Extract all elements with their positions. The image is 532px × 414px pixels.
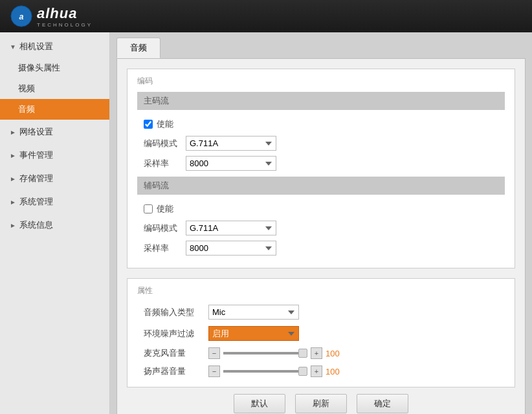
sub-stream-sample-label: 采样率	[144, 243, 179, 254]
encoding-section-label: 编码	[137, 76, 505, 87]
storage-arrow-icon: ►	[10, 175, 16, 182]
sysinfo-arrow-icon: ►	[10, 222, 16, 229]
tab-bar: 音频	[110, 32, 532, 58]
sidebar-group-system-header[interactable]: ► 系统管理	[0, 191, 109, 213]
speaker-volume-label: 扬声器音量	[144, 365, 202, 377]
sidebar-group-event-label: 事件管理	[19, 149, 53, 161]
main-stream-block: 主码流 使能 编码模式 G.711A G.711U G.726 AAC	[137, 92, 505, 173]
main-stream-codec-row: 编码模式 G.711A G.711U G.726 AAC	[137, 133, 505, 153]
sidebar-group-system: ► 系统管理	[0, 191, 109, 213]
noise-filter-label: 环境噪声过滤	[144, 328, 202, 340]
sub-stream-codec-label: 编码模式	[144, 223, 179, 234]
main-stream-header: 主码流	[137, 92, 505, 110]
main-stream-codec-select[interactable]: G.711A G.711U G.726 AAC	[186, 136, 276, 151]
sub-stream-codec-select[interactable]: G.711A G.711U G.726 AAC	[186, 221, 276, 235]
sidebar-group-storage-header[interactable]: ► 存储管理	[0, 168, 109, 190]
confirm-button[interactable]: 确定	[357, 394, 408, 413]
mic-volume-slider: − + 100	[208, 347, 345, 359]
sidebar-group-network: ► 网络设置	[0, 121, 109, 143]
speaker-volume-track[interactable]	[223, 370, 307, 373]
sidebar-group-system-label: 系统管理	[19, 196, 53, 208]
sidebar-group-event: ► 事件管理	[0, 144, 109, 166]
sidebar-group-sysinfo-header[interactable]: ► 系统信息	[0, 214, 109, 236]
sub-stream-codec-row: 编码模式 G.711A G.711U G.726 AAC	[137, 218, 505, 238]
sidebar-group-camera: ▼ 相机设置 摄像头属性 视频 音频	[0, 36, 109, 120]
sidebar-item-camera-props[interactable]: 摄像头属性	[0, 58, 109, 78]
main-stream-enable-row: 使能	[137, 115, 505, 133]
logo-icon: a	[10, 5, 33, 28]
noise-filter-select[interactable]: 启用 禁用	[208, 326, 299, 341]
mic-volume-increase-button[interactable]: +	[311, 347, 322, 359]
input-type-label: 音频输入类型	[144, 307, 202, 318]
sub-stream-enable-checkbox[interactable]	[144, 204, 153, 213]
mic-volume-decrease-button[interactable]: −	[208, 347, 220, 359]
mic-volume-thumb[interactable]	[298, 349, 307, 358]
sidebar-group-network-header[interactable]: ► 网络设置	[0, 121, 109, 143]
logo: a alhua TECHNOLOGY	[10, 5, 93, 28]
footer-buttons: 默认 刷新 确定	[127, 387, 515, 414]
logo-sub: TECHNOLOGY	[37, 22, 93, 28]
main-stream-codec-label: 编码模式	[144, 138, 179, 149]
main-stream-sample-row: 采样率 8000 16000 32000 48000	[137, 153, 505, 173]
network-arrow-icon: ►	[10, 129, 16, 136]
main-stream-sample-label: 采样率	[144, 158, 179, 169]
header: a alhua TECHNOLOGY	[0, 0, 532, 32]
event-arrow-icon: ►	[10, 152, 16, 159]
layout: ▼ 相机设置 摄像头属性 视频 音频 ► 网络设置 ► 事件管理 ► 存储管理	[0, 32, 532, 414]
sub-stream-header: 辅码流	[137, 177, 505, 195]
refresh-button[interactable]: 刷新	[295, 394, 347, 413]
mic-volume-label: 麦克风音量	[144, 347, 202, 359]
logo-text: alhua	[37, 5, 93, 22]
sidebar-group-camera-label: 相机设置	[19, 41, 53, 52]
input-type-row: 音频输入类型 Mic LineIn	[137, 301, 505, 323]
main-stream-enable-checkbox[interactable]	[144, 120, 153, 129]
sidebar-group-storage: ► 存储管理	[0, 168, 109, 190]
system-arrow-icon: ►	[10, 199, 16, 206]
mic-volume-fill	[223, 352, 307, 354]
speaker-volume-thumb[interactable]	[298, 367, 307, 376]
properties-section: 属性 音频输入类型 Mic LineIn 环境噪声过滤 启用 禁用	[127, 278, 515, 387]
mic-volume-track[interactable]	[223, 352, 307, 354]
main-stream-sample-select[interactable]: 8000 16000 32000 48000	[186, 156, 276, 171]
svg-text:a: a	[19, 12, 23, 21]
sidebar: ▼ 相机设置 摄像头属性 视频 音频 ► 网络设置 ► 事件管理 ► 存储管理	[0, 32, 110, 414]
tab-audio[interactable]: 音频	[116, 38, 161, 58]
speaker-volume-slider: − + 100	[208, 365, 345, 377]
content-panel: 编码 主码流 使能 编码模式 G.711A G.711U G.726	[116, 58, 526, 414]
speaker-volume-fill	[223, 370, 307, 373]
sidebar-item-audio[interactable]: 音频	[0, 99, 109, 120]
sub-stream-sample-row: 采样率 8000 16000 32000 48000	[137, 238, 505, 258]
input-type-select[interactable]: Mic LineIn	[208, 305, 299, 320]
sidebar-group-network-label: 网络设置	[19, 126, 53, 138]
speaker-volume-row: 扬声器音量 − + 100	[137, 362, 505, 380]
sub-stream-enable-label: 使能	[157, 203, 173, 215]
sidebar-group-event-header[interactable]: ► 事件管理	[0, 144, 109, 166]
sidebar-group-camera-header[interactable]: ▼ 相机设置	[0, 36, 109, 58]
sub-stream-enable-row: 使能	[137, 200, 505, 218]
properties-section-label: 属性	[137, 285, 505, 296]
speaker-volume-decrease-button[interactable]: −	[208, 365, 220, 377]
camera-arrow-icon: ▼	[10, 43, 16, 50]
sidebar-group-sysinfo-label: 系统信息	[19, 219, 53, 231]
main-content: 音频 编码 主码流 使能 编码模式 G.711A	[110, 32, 532, 414]
encoding-section: 编码 主码流 使能 编码模式 G.711A G.711U G.726	[127, 69, 515, 268]
noise-filter-row: 环境噪声过滤 启用 禁用	[137, 323, 505, 344]
speaker-volume-value: 100	[326, 367, 345, 376]
mic-volume-row: 麦克风音量 − + 100	[137, 344, 505, 362]
sidebar-item-video[interactable]: 视频	[0, 78, 109, 99]
sub-stream-block: 辅码流 使能 编码模式 G.711A G.711U G.726 AAC	[137, 177, 505, 258]
sub-stream-sample-select[interactable]: 8000 16000 32000 48000	[186, 241, 276, 256]
main-stream-enable-label: 使能	[157, 118, 173, 130]
sidebar-group-storage-label: 存储管理	[19, 173, 53, 184]
mic-volume-value: 100	[326, 349, 345, 358]
speaker-volume-increase-button[interactable]: +	[311, 365, 322, 377]
default-button[interactable]: 默认	[234, 394, 285, 413]
sidebar-group-sysinfo: ► 系统信息	[0, 214, 109, 236]
